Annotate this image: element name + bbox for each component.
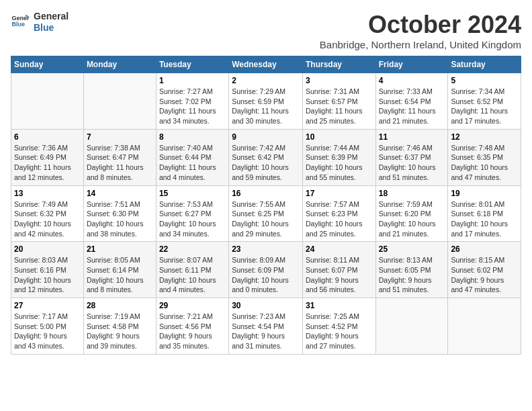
calendar-cell: 26Sunrise: 8:15 AMSunset: 6:02 PMDayligh… [448,242,521,298]
calendar-cell: 3Sunrise: 7:31 AMSunset: 6:57 PMDaylight… [302,73,375,130]
day-detail: Sunrise: 7:55 AMSunset: 6:25 PMDaylight:… [232,199,300,239]
day-number: 30 [232,301,300,310]
calendar-cell: 30Sunrise: 7:23 AMSunset: 4:54 PMDayligh… [229,298,303,355]
day-detail: Sunrise: 7:29 AMSunset: 6:59 PMDaylight:… [232,87,300,126]
day-number: 18 [379,189,445,198]
day-number: 27 [14,301,81,310]
month-title: October 2024 [320,11,521,39]
day-number: 22 [159,244,226,254]
day-number: 13 [14,189,81,198]
svg-text:Blue: Blue [11,21,25,28]
day-detail: Sunrise: 7:19 AMSunset: 4:58 PMDaylight:… [87,312,153,351]
header-friday: Friday [375,56,448,73]
calendar-cell: 11Sunrise: 7:46 AMSunset: 6:37 PMDayligh… [375,129,448,185]
calendar-cell: 16Sunrise: 7:55 AMSunset: 6:25 PMDayligh… [229,185,303,242]
header-tuesday: Tuesday [156,56,228,73]
calendar-cell: 24Sunrise: 8:11 AMSunset: 6:07 PMDayligh… [302,242,375,298]
week-row-5: 27Sunrise: 7:17 AMSunset: 5:00 PMDayligh… [11,298,521,355]
page-header: General Blue General Blue October 2024 B… [11,11,521,50]
day-number: 10 [306,132,373,142]
header-monday: Monday [83,56,156,73]
day-detail: Sunrise: 7:59 AMSunset: 6:20 PMDaylight:… [379,199,445,239]
calendar-cell: 6Sunrise: 7:36 AMSunset: 6:49 PMDaylight… [11,129,84,185]
day-number: 1 [159,76,226,85]
day-detail: Sunrise: 7:46 AMSunset: 6:37 PMDaylight:… [379,143,445,183]
calendar-cell [11,73,84,130]
day-number: 21 [87,244,153,254]
calendar-cell: 22Sunrise: 8:07 AMSunset: 6:11 PMDayligh… [156,242,228,298]
day-number: 20 [14,244,81,254]
day-detail: Sunrise: 7:42 AMSunset: 6:42 PMDaylight:… [232,143,300,183]
day-detail: Sunrise: 8:13 AMSunset: 6:05 PMDaylight:… [379,255,445,295]
day-number: 9 [232,132,300,142]
day-detail: Sunrise: 7:49 AMSunset: 6:32 PMDaylight:… [14,199,81,239]
day-detail: Sunrise: 7:57 AMSunset: 6:23 PMDaylight:… [306,199,373,239]
calendar-cell [448,298,521,355]
day-detail: Sunrise: 7:53 AMSunset: 6:27 PMDaylight:… [159,199,226,239]
calendar-cell: 20Sunrise: 8:03 AMSunset: 6:16 PMDayligh… [11,242,84,298]
day-number: 28 [87,301,153,310]
calendar-cell: 5Sunrise: 7:34 AMSunset: 6:52 PMDaylight… [448,73,521,130]
day-detail: Sunrise: 7:31 AMSunset: 6:57 PMDaylight:… [306,87,373,126]
day-detail: Sunrise: 7:33 AMSunset: 6:54 PMDaylight:… [379,87,445,126]
day-number: 7 [87,132,153,142]
header-thursday: Thursday [302,56,375,73]
title-area: October 2024 Banbridge, Northern Ireland… [320,11,521,50]
day-number: 6 [14,132,81,142]
day-number: 5 [451,76,518,85]
calendar-cell: 28Sunrise: 7:19 AMSunset: 4:58 PMDayligh… [83,298,156,355]
day-detail: Sunrise: 7:40 AMSunset: 6:44 PMDaylight:… [159,143,226,183]
calendar-cell: 8Sunrise: 7:40 AMSunset: 6:44 PMDaylight… [156,129,228,185]
calendar-cell: 21Sunrise: 8:05 AMSunset: 6:14 PMDayligh… [83,242,156,298]
calendar-cell: 1Sunrise: 7:27 AMSunset: 7:02 PMDaylight… [156,73,228,130]
calendar-cell: 29Sunrise: 7:21 AMSunset: 4:56 PMDayligh… [156,298,228,355]
day-number: 14 [87,189,153,198]
logo-icon: General Blue [11,11,30,30]
week-row-3: 13Sunrise: 7:49 AMSunset: 6:32 PMDayligh… [11,185,521,242]
day-detail: Sunrise: 7:25 AMSunset: 4:52 PMDaylight:… [306,312,373,351]
calendar-cell: 12Sunrise: 7:48 AMSunset: 6:35 PMDayligh… [448,129,521,185]
day-detail: Sunrise: 7:23 AMSunset: 4:54 PMDaylight:… [232,312,300,351]
logo: General Blue General Blue [11,11,69,34]
day-detail: Sunrise: 7:44 AMSunset: 6:39 PMDaylight:… [306,143,373,183]
calendar-cell [83,73,156,130]
calendar-cell: 23Sunrise: 8:09 AMSunset: 6:09 PMDayligh… [229,242,303,298]
day-number: 3 [306,76,373,85]
day-number: 12 [451,132,518,142]
day-number: 17 [306,189,373,198]
calendar-cell: 18Sunrise: 7:59 AMSunset: 6:20 PMDayligh… [375,185,448,242]
day-number: 19 [451,189,518,198]
day-number: 31 [306,301,373,310]
day-number: 8 [159,132,226,142]
day-detail: Sunrise: 8:09 AMSunset: 6:09 PMDaylight:… [232,255,300,295]
day-detail: Sunrise: 7:51 AMSunset: 6:30 PMDaylight:… [87,199,153,239]
calendar-cell: 2Sunrise: 7:29 AMSunset: 6:59 PMDaylight… [229,73,303,130]
day-number: 23 [232,244,300,254]
day-number: 29 [159,301,226,310]
calendar-cell [375,298,448,355]
day-number: 25 [379,244,445,254]
day-detail: Sunrise: 7:36 AMSunset: 6:49 PMDaylight:… [14,143,81,183]
calendar-cell: 13Sunrise: 7:49 AMSunset: 6:32 PMDayligh… [11,185,84,242]
header-sunday: Sunday [11,56,84,73]
calendar-cell: 17Sunrise: 7:57 AMSunset: 6:23 PMDayligh… [302,185,375,242]
day-detail: Sunrise: 8:15 AMSunset: 6:02 PMDaylight:… [451,255,518,295]
calendar-cell: 25Sunrise: 8:13 AMSunset: 6:05 PMDayligh… [375,242,448,298]
day-detail: Sunrise: 8:05 AMSunset: 6:14 PMDaylight:… [87,255,153,295]
day-number: 24 [306,244,373,254]
day-detail: Sunrise: 8:07 AMSunset: 6:11 PMDaylight:… [159,255,226,295]
day-detail: Sunrise: 7:48 AMSunset: 6:35 PMDaylight:… [451,143,518,183]
day-number: 11 [379,132,445,142]
calendar-cell: 14Sunrise: 7:51 AMSunset: 6:30 PMDayligh… [83,185,156,242]
day-detail: Sunrise: 7:27 AMSunset: 7:02 PMDaylight:… [159,87,226,126]
calendar-cell: 19Sunrise: 8:01 AMSunset: 6:18 PMDayligh… [448,185,521,242]
week-row-2: 6Sunrise: 7:36 AMSunset: 6:49 PMDaylight… [11,129,521,185]
calendar-cell: 15Sunrise: 7:53 AMSunset: 6:27 PMDayligh… [156,185,228,242]
calendar-cell: 4Sunrise: 7:33 AMSunset: 6:54 PMDaylight… [375,73,448,130]
day-number: 15 [159,189,226,198]
day-detail: Sunrise: 8:11 AMSunset: 6:07 PMDaylight:… [306,255,373,295]
calendar-cell: 7Sunrise: 7:38 AMSunset: 6:47 PMDaylight… [83,129,156,185]
day-detail: Sunrise: 7:17 AMSunset: 5:00 PMDaylight:… [14,312,81,351]
calendar-cell: 10Sunrise: 7:44 AMSunset: 6:39 PMDayligh… [302,129,375,185]
header-saturday: Saturday [448,56,521,73]
